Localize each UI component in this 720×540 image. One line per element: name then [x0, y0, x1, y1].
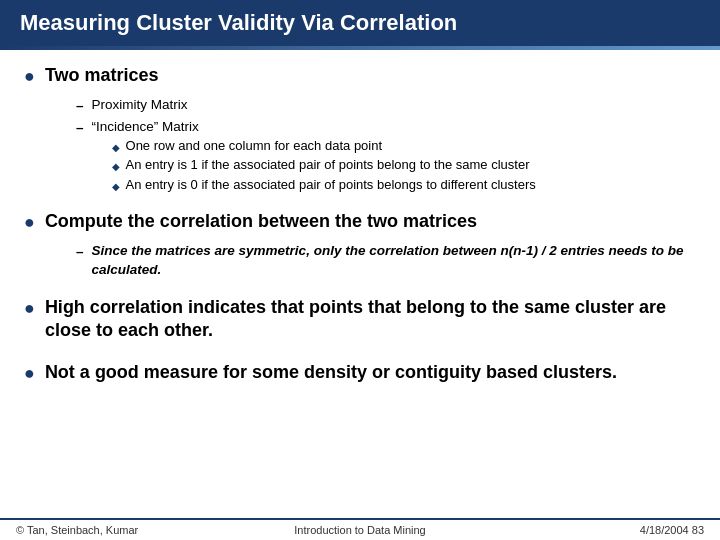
- footer-center: Introduction to Data Mining: [188, 524, 532, 536]
- footer-right: 4/18/2004 83: [532, 524, 704, 536]
- gap-3: [24, 351, 696, 355]
- sub-item-1-1: – Proximity Matrix: [76, 96, 696, 116]
- gap-1: [24, 200, 696, 204]
- gap-2: [24, 286, 696, 290]
- sub-label-1-1: Proximity Matrix: [92, 96, 188, 115]
- bullet-1: ● Two matrices: [24, 64, 696, 88]
- bullet-text-3: High correlation indicates that points t…: [45, 296, 696, 343]
- sub-list-1: – Proximity Matrix – “Incidence” Matrix …: [76, 96, 696, 193]
- sub-sub-item-1-1: ◆ One row and one column for each data p…: [112, 137, 536, 155]
- title-bar: Measuring Cluster Validity Via Correlati…: [0, 0, 720, 46]
- diamond-1-1: ◆: [112, 141, 120, 155]
- bullet-dot-2: ●: [24, 211, 35, 234]
- bullet-dot-4: ●: [24, 362, 35, 385]
- footer: © Tan, Steinbach, Kumar Introduction to …: [0, 518, 720, 540]
- sub-sub-item-1-2: ◆ An entry is 1 if the associated pair o…: [112, 156, 536, 174]
- dash-1-1: –: [76, 97, 84, 116]
- dash-2-1: –: [76, 243, 84, 262]
- sub-label-1-2-container: “Incidence” Matrix ◆ One row and one col…: [92, 118, 536, 193]
- bullet-text-1: Two matrices: [45, 64, 159, 87]
- diamond-1-3: ◆: [112, 180, 120, 194]
- sub-list-2: – Since the matrices are symmetric, only…: [76, 242, 696, 280]
- sub-item-2-1: – Since the matrices are symmetric, only…: [76, 242, 696, 280]
- bullet-2: ● Compute the correlation between the tw…: [24, 210, 696, 234]
- bullet-4: ● Not a good measure for some density or…: [24, 361, 696, 385]
- bullet-3: ● High correlation indicates that points…: [24, 296, 696, 343]
- footer-left: © Tan, Steinbach, Kumar: [16, 524, 188, 536]
- diamond-1-2: ◆: [112, 160, 120, 174]
- bullet-text-4: Not a good measure for some density or c…: [45, 361, 617, 384]
- bullet-dot-3: ●: [24, 297, 35, 320]
- bullet-dot-1: ●: [24, 65, 35, 88]
- slide: Measuring Cluster Validity Via Correlati…: [0, 0, 720, 540]
- sub-sub-text-1-1: One row and one column for each data poi…: [126, 137, 383, 155]
- sub-item-1-2: – “Incidence” Matrix ◆ One row and one c…: [76, 118, 696, 193]
- sub-label-1-2: “Incidence” Matrix: [92, 119, 199, 134]
- sub-label-2-1: Since the matrices are symmetric, only t…: [92, 242, 696, 280]
- sub-sub-text-1-3: An entry is 0 if the associated pair of …: [126, 176, 536, 194]
- sub-sub-list-1: ◆ One row and one column for each data p…: [112, 137, 536, 194]
- dash-1-2: –: [76, 119, 84, 138]
- sub-sub-item-1-3: ◆ An entry is 0 if the associated pair o…: [112, 176, 536, 194]
- sub-sub-text-1-2: An entry is 1 if the associated pair of …: [126, 156, 530, 174]
- bullet-text-2: Compute the correlation between the two …: [45, 210, 477, 233]
- slide-title: Measuring Cluster Validity Via Correlati…: [20, 10, 700, 36]
- slide-content: ● Two matrices – Proximity Matrix – “Inc…: [0, 50, 720, 518]
